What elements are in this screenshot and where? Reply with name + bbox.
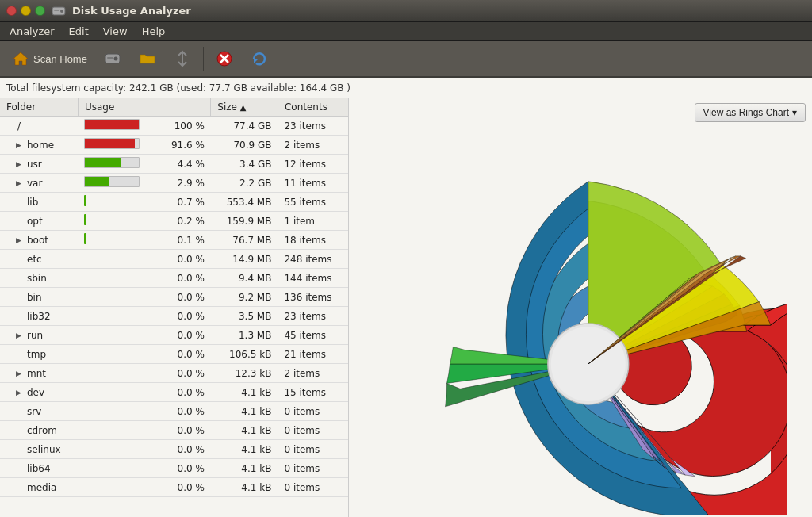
app-icon <box>52 4 66 18</box>
expand-arrow-icon[interactable]: ▶ <box>16 389 24 396</box>
usage-percent-cell: 0.0 % <box>157 478 210 497</box>
usage-bar-cell <box>78 193 157 212</box>
col-size[interactable]: Size ▲ <box>211 98 278 117</box>
menu-analyzer[interactable]: Analyzer <box>3 24 61 39</box>
contents-cell: 21 items <box>278 345 348 364</box>
col-usage[interactable]: Usage <box>78 98 210 117</box>
folder-name-cell: ▶mnt <box>0 364 78 383</box>
usage-bar-container <box>84 119 140 130</box>
toolbar: Scan Home <box>0 41 812 78</box>
usage-bar-cell <box>78 231 157 250</box>
folder-name-cell: lib32 <box>0 307 78 326</box>
usage-percent-cell: 0.0 % <box>157 326 210 345</box>
col-contents[interactable]: Contents <box>278 98 348 117</box>
folder-name-cell: ▶home <box>0 136 78 155</box>
rescan-button[interactable] <box>167 46 198 71</box>
refresh-icon <box>250 49 269 68</box>
svg-rect-6 <box>107 57 113 59</box>
chart-area <box>349 127 812 517</box>
usage-percent-cell: 2.9 % <box>157 174 210 193</box>
table-row[interactable]: lib320.0 %3.5 MB23 items <box>0 307 348 326</box>
sort-icon <box>173 49 192 68</box>
table-row[interactable]: ▶usr4.4 %3.4 GB12 items <box>0 155 348 174</box>
contents-cell: 0 items <box>278 440 348 459</box>
table-row[interactable]: sbin0.0 %9.4 MB144 items <box>0 269 348 288</box>
refresh-button[interactable] <box>243 46 275 71</box>
size-cell: 3.4 GB <box>211 155 278 174</box>
scan-home-button[interactable]: Scan Home <box>5 46 94 71</box>
chart-panel: View as Rings Chart ▾ <box>349 98 812 517</box>
table-row[interactable]: media0.0 %4.1 kB0 items <box>0 478 348 497</box>
file-table-body: /100 %77.4 GB23 items▶home91.6 %70.9 GB2… <box>0 117 348 497</box>
table-row[interactable]: ▶dev0.0 %4.1 kB15 items <box>0 383 348 402</box>
usage-bar-fill <box>84 233 86 244</box>
usage-percent-cell: 0.0 % <box>157 402 210 421</box>
folder-icon <box>138 49 157 68</box>
size-cell: 4.1 kB <box>211 421 278 440</box>
table-row[interactable]: bin0.0 %9.2 MB136 items <box>0 288 348 307</box>
table-row[interactable]: tmp0.0 %106.5 kB21 items <box>0 345 348 364</box>
usage-percent-cell: 0.0 % <box>157 250 210 269</box>
scan-folder-button[interactable] <box>132 46 163 71</box>
table-row[interactable]: opt0.2 %159.9 MB1 item <box>0 212 348 231</box>
table-header-row: Folder Usage Size ▲ Contents <box>0 98 348 117</box>
usage-bar-container <box>84 138 140 149</box>
folder-name-text: selinux <box>27 444 61 455</box>
table-row[interactable]: lib0.7 %553.4 MB55 items <box>0 193 348 212</box>
col-folder[interactable]: Folder <box>0 98 78 117</box>
table-row[interactable]: lib640.0 %4.1 kB0 items <box>0 459 348 478</box>
table-row[interactable]: ▶boot0.1 %76.7 MB18 items <box>0 231 348 250</box>
expand-arrow-icon[interactable]: ▶ <box>16 370 24 377</box>
folder-name-text: sbin <box>27 273 47 284</box>
folder-name-cell: etc <box>0 250 78 269</box>
expand-arrow-icon[interactable]: ▶ <box>16 179 24 187</box>
usage-bar-container <box>84 347 140 358</box>
folder-name-text: / <box>17 121 21 132</box>
folder-name-text: bin <box>27 292 42 303</box>
close-button[interactable] <box>6 6 17 16</box>
usage-bar-container <box>84 385 140 396</box>
table-row[interactable]: cdrom0.0 %4.1 kB0 items <box>0 421 348 440</box>
usage-percent-cell: 0.2 % <box>157 212 210 231</box>
scan-device-button[interactable] <box>97 46 128 71</box>
table-row[interactable]: etc0.0 %14.9 MB248 items <box>0 250 348 269</box>
expand-arrow-icon[interactable]: ▶ <box>16 141 24 149</box>
usage-percent-cell: 0.0 % <box>157 440 210 459</box>
usage-bar-cell <box>78 250 157 269</box>
usage-bar-cell <box>78 326 157 345</box>
view-rings-button[interactable]: View as Rings Chart ▾ <box>695 103 806 122</box>
file-table: Folder Usage Size ▲ Contents /100 %77.4 … <box>0 98 348 497</box>
size-cell: 4.1 kB <box>211 383 278 402</box>
minimize-button[interactable] <box>21 6 31 16</box>
usage-bar-cell <box>78 288 157 307</box>
maximize-button[interactable] <box>35 6 45 16</box>
menu-edit[interactable]: Edit <box>63 24 95 39</box>
size-cell: 106.5 kB <box>211 345 278 364</box>
table-row[interactable]: /100 %77.4 GB23 items <box>0 117 348 136</box>
usage-percent-cell: 100 % <box>157 117 210 136</box>
table-row[interactable]: ▶run0.0 %1.3 MB45 items <box>0 326 348 345</box>
usage-bar-fill <box>85 120 139 129</box>
usage-bar-fill <box>84 404 86 416</box>
usage-bar-fill <box>84 442 86 454</box>
stop-icon <box>215 49 234 68</box>
menu-view[interactable]: View <box>97 24 134 39</box>
size-cell: 4.1 kB <box>211 440 278 459</box>
table-row[interactable]: selinux0.0 %4.1 kB0 items <box>0 440 348 459</box>
expand-arrow-icon[interactable]: ▶ <box>16 236 24 244</box>
menu-help[interactable]: Help <box>136 24 172 39</box>
table-row[interactable]: ▶var2.9 %2.2 GB11 items <box>0 174 348 193</box>
table-row[interactable]: ▶home91.6 %70.9 GB2 items <box>0 136 348 155</box>
usage-percent-cell: 0.7 % <box>157 193 210 212</box>
contents-cell: 45 items <box>278 326 348 345</box>
folder-name-text: boot <box>27 235 48 246</box>
folder-name-cell: sbin <box>0 269 78 288</box>
svg-point-1 <box>60 10 63 13</box>
size-cell: 70.9 GB <box>211 136 278 155</box>
stop-button[interactable] <box>209 46 240 71</box>
expand-arrow-icon[interactable]: ▶ <box>16 160 24 168</box>
table-row[interactable]: srv0.0 %4.1 kB0 items <box>0 402 348 421</box>
expand-arrow-icon[interactable]: ▶ <box>16 331 24 339</box>
table-row[interactable]: ▶mnt0.0 %12.3 kB2 items <box>0 364 348 383</box>
file-list-panel[interactable]: Folder Usage Size ▲ Contents /100 %77.4 … <box>0 98 349 517</box>
